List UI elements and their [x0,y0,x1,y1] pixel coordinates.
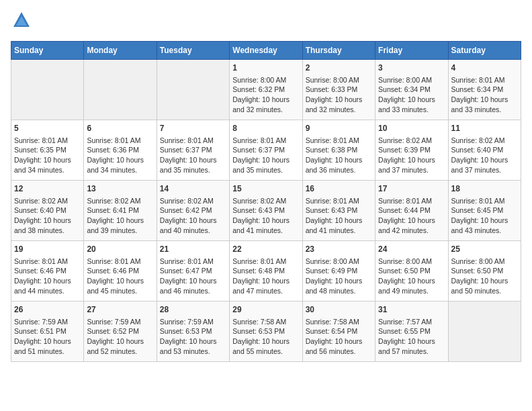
sunrise-text: Sunrise: 7:59 AM [160,317,226,327]
sunset-text: Sunset: 6:44 PM [378,205,445,216]
sunset-text: Sunset: 6:50 PM [378,266,445,276]
day-header-friday: Friday [375,42,448,60]
daylight-text: Daylight: 10 hours and 45 minutes. [87,276,153,295]
sunset-text: Sunset: 6:40 PM [451,145,518,155]
day-cell: 30Sunrise: 7:58 AMSunset: 6:54 PMDayligh… [302,302,375,362]
sunset-text: Sunset: 6:46 PM [87,266,153,276]
sunrise-text: Sunrise: 8:01 AM [14,257,81,267]
daylight-text: Daylight: 10 hours and 46 minutes. [160,276,226,295]
days-of-week-row: SundayMondayTuesdayWednesdayThursdayFrid… [11,42,521,60]
day-cell [11,60,84,120]
day-number: 13 [87,183,153,195]
sunset-text: Sunset: 6:38 PM [306,145,372,155]
day-number: 6 [87,123,153,134]
sunrise-text: Sunrise: 8:02 AM [160,196,226,206]
sunset-text: Sunset: 6:35 PM [14,145,81,155]
day-cell: 8Sunrise: 8:01 AMSunset: 6:37 PMDaylight… [230,120,302,181]
daylight-text: Daylight: 10 hours and 38 minutes. [14,216,81,235]
day-cell: 6Sunrise: 8:01 AMSunset: 6:36 PMDaylight… [84,120,157,181]
day-number: 3 [378,62,445,74]
daylight-text: Daylight: 10 hours and 33 minutes. [378,95,445,114]
day-cell: 20Sunrise: 8:01 AMSunset: 6:46 PMDayligh… [84,241,157,302]
day-number: 7 [160,123,226,134]
daylight-text: Daylight: 10 hours and 35 minutes. [160,155,226,175]
day-cell: 13Sunrise: 8:02 AMSunset: 6:41 PMDayligh… [84,181,157,241]
day-header-saturday: Saturday [448,42,521,60]
day-number: 14 [160,183,226,195]
sunset-text: Sunset: 6:52 PM [87,326,153,336]
day-number: 1 [232,62,299,74]
daylight-text: Daylight: 10 hours and 32 minutes. [232,95,299,114]
daylight-text: Daylight: 10 hours and 39 minutes. [87,216,153,235]
day-cell: 22Sunrise: 8:01 AMSunset: 6:48 PMDayligh… [230,241,302,302]
sunset-text: Sunset: 6:32 PM [232,85,299,95]
sunset-text: Sunset: 6:40 PM [14,205,81,216]
week-row-3: 12Sunrise: 8:02 AMSunset: 6:40 PMDayligh… [11,181,521,241]
sunset-text: Sunset: 6:53 PM [232,326,299,336]
day-number: 21 [160,244,226,255]
day-cell: 21Sunrise: 8:01 AMSunset: 6:47 PMDayligh… [157,241,229,302]
day-number: 30 [306,304,372,316]
sunset-text: Sunset: 6:43 PM [306,205,372,216]
day-number: 19 [14,244,81,255]
daylight-text: Daylight: 10 hours and 55 minutes. [232,336,299,356]
day-cell: 5Sunrise: 8:01 AMSunset: 6:35 PMDaylight… [11,120,84,181]
logo-icon [12,11,31,30]
sunrise-text: Sunrise: 8:02 AM [451,136,518,146]
day-number: 2 [306,62,372,74]
day-number: 10 [378,123,445,134]
sunset-text: Sunset: 6:37 PM [160,145,226,155]
daylight-text: Daylight: 10 hours and 34 minutes. [14,155,81,175]
day-header-thursday: Thursday [302,42,375,60]
daylight-text: Daylight: 10 hours and 41 minutes. [232,216,299,235]
day-number: 16 [306,183,372,195]
day-cell: 14Sunrise: 8:02 AMSunset: 6:42 PMDayligh… [157,181,229,241]
day-cell: 26Sunrise: 7:59 AMSunset: 6:51 PMDayligh… [11,302,84,362]
day-cell: 29Sunrise: 7:58 AMSunset: 6:53 PMDayligh… [230,302,302,362]
sunset-text: Sunset: 6:37 PM [232,145,299,155]
week-row-4: 19Sunrise: 8:01 AMSunset: 6:46 PMDayligh… [11,241,521,302]
sunset-text: Sunset: 6:43 PM [232,205,299,216]
day-number: 26 [14,304,81,316]
sunrise-text: Sunrise: 8:01 AM [87,257,153,267]
sunrise-text: Sunrise: 8:02 AM [378,136,445,146]
sunset-text: Sunset: 6:46 PM [14,266,81,276]
day-header-monday: Monday [84,42,157,60]
sunset-text: Sunset: 6:36 PM [87,145,153,155]
daylight-text: Daylight: 10 hours and 47 minutes. [232,276,299,295]
day-number: 31 [378,304,445,316]
day-cell: 7Sunrise: 8:01 AMSunset: 6:37 PMDaylight… [157,120,229,181]
sunrise-text: Sunrise: 7:59 AM [87,317,153,327]
sunrise-text: Sunrise: 7:59 AM [14,317,81,327]
sunset-text: Sunset: 6:55 PM [378,326,445,336]
calendar-header: SundayMondayTuesdayWednesdayThursdayFrid… [11,42,521,60]
sunrise-text: Sunrise: 8:00 AM [378,75,445,85]
sunrise-text: Sunrise: 8:01 AM [87,136,153,146]
day-cell [84,60,157,120]
day-number: 29 [232,304,299,316]
sunrise-text: Sunrise: 8:02 AM [14,196,81,206]
day-number: 28 [160,304,226,316]
daylight-text: Daylight: 10 hours and 44 minutes. [14,276,81,295]
daylight-text: Daylight: 10 hours and 51 minutes. [14,336,81,356]
sunrise-text: Sunrise: 8:01 AM [378,196,445,206]
logo [11,11,31,33]
day-cell: 15Sunrise: 8:02 AMSunset: 6:43 PMDayligh… [230,181,302,241]
sunrise-text: Sunrise: 7:58 AM [232,317,299,327]
sunset-text: Sunset: 6:41 PM [87,205,153,216]
day-cell: 10Sunrise: 8:02 AMSunset: 6:39 PMDayligh… [375,120,448,181]
day-cell: 25Sunrise: 8:00 AMSunset: 6:50 PMDayligh… [448,241,521,302]
day-cell: 16Sunrise: 8:01 AMSunset: 6:43 PMDayligh… [302,181,375,241]
week-row-2: 5Sunrise: 8:01 AMSunset: 6:35 PMDaylight… [11,120,521,181]
day-number: 5 [14,123,81,134]
daylight-text: Daylight: 10 hours and 33 minutes. [451,95,518,114]
daylight-text: Daylight: 10 hours and 43 minutes. [451,216,518,235]
week-row-1: 1Sunrise: 8:00 AMSunset: 6:32 PMDaylight… [11,60,521,120]
day-cell: 31Sunrise: 7:57 AMSunset: 6:55 PMDayligh… [375,302,448,362]
day-cell [448,302,521,362]
day-cell: 24Sunrise: 8:00 AMSunset: 6:50 PMDayligh… [375,241,448,302]
day-number: 22 [232,244,299,255]
daylight-text: Daylight: 10 hours and 36 minutes. [306,155,372,175]
sunrise-text: Sunrise: 7:57 AM [378,317,445,327]
day-number: 27 [87,304,153,316]
